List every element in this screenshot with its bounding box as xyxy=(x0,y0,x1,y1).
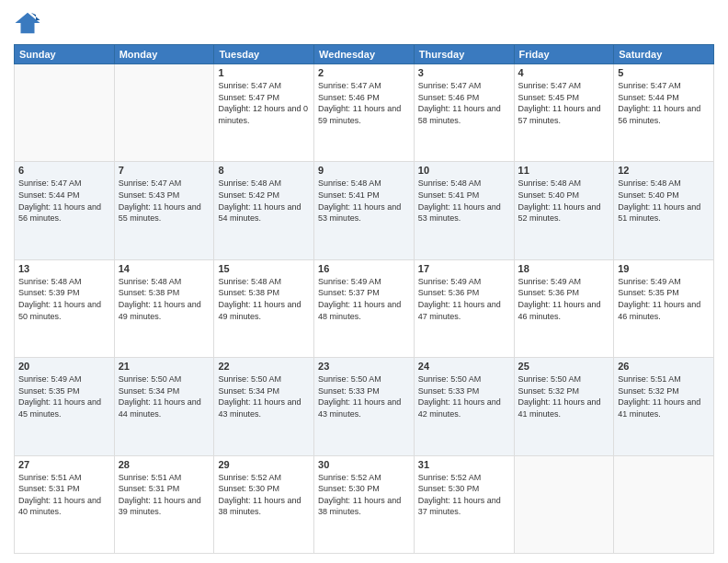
day-info: Sunrise: 5:48 AMSunset: 5:40 PMDaylight:… xyxy=(618,178,710,224)
day-number: 7 xyxy=(119,165,210,176)
calendar-cell: 15Sunrise: 5:48 AMSunset: 5:38 PMDayligh… xyxy=(214,259,314,357)
calendar-cell: 1Sunrise: 5:47 AMSunset: 5:47 PMDaylight… xyxy=(214,64,314,162)
calendar-cell: 29Sunrise: 5:52 AMSunset: 5:30 PMDayligh… xyxy=(214,455,314,553)
day-number: 1 xyxy=(218,67,310,78)
day-number: 2 xyxy=(318,67,410,78)
calendar-week-row: 6Sunrise: 5:47 AMSunset: 5:44 PMDaylight… xyxy=(15,162,714,259)
day-info: Sunrise: 5:48 AMSunset: 5:38 PMDaylight:… xyxy=(218,276,310,322)
weekday-header: Tuesday xyxy=(214,45,314,64)
day-number: 14 xyxy=(119,263,210,274)
calendar-cell: 24Sunrise: 5:50 AMSunset: 5:33 PMDayligh… xyxy=(414,358,514,455)
day-info: Sunrise: 5:52 AMSunset: 5:30 PMDaylight:… xyxy=(218,472,310,518)
day-number: 20 xyxy=(18,361,110,372)
day-info: Sunrise: 5:48 AMSunset: 5:39 PMDaylight:… xyxy=(18,276,110,322)
day-number: 26 xyxy=(618,361,710,372)
calendar-cell: 13Sunrise: 5:48 AMSunset: 5:39 PMDayligh… xyxy=(15,259,115,357)
weekday-header: Saturday xyxy=(614,45,714,64)
calendar-cell: 16Sunrise: 5:49 AMSunset: 5:37 PMDayligh… xyxy=(314,259,415,357)
header xyxy=(14,9,714,37)
calendar-cell xyxy=(514,455,614,553)
weekday-header: Friday xyxy=(514,45,614,64)
calendar-cell: 20Sunrise: 5:49 AMSunset: 5:35 PMDayligh… xyxy=(15,358,115,455)
calendar-cell: 8Sunrise: 5:48 AMSunset: 5:42 PMDaylight… xyxy=(214,162,314,259)
day-number: 24 xyxy=(418,361,510,372)
day-number: 5 xyxy=(618,67,710,78)
day-info: Sunrise: 5:49 AMSunset: 5:35 PMDaylight:… xyxy=(18,373,110,419)
day-info: Sunrise: 5:49 AMSunset: 5:36 PMDaylight:… xyxy=(418,276,510,322)
day-number: 6 xyxy=(18,165,110,176)
calendar-cell: 12Sunrise: 5:48 AMSunset: 5:40 PMDayligh… xyxy=(614,162,714,259)
calendar-cell: 6Sunrise: 5:47 AMSunset: 5:44 PMDaylight… xyxy=(15,162,115,259)
calendar-cell: 14Sunrise: 5:48 AMSunset: 5:38 PMDayligh… xyxy=(114,259,214,357)
day-info: Sunrise: 5:47 AMSunset: 5:46 PMDaylight:… xyxy=(318,80,410,126)
calendar-week-row: 13Sunrise: 5:48 AMSunset: 5:39 PMDayligh… xyxy=(15,259,714,357)
day-number: 4 xyxy=(518,67,610,78)
day-number: 27 xyxy=(18,459,110,470)
day-info: Sunrise: 5:50 AMSunset: 5:32 PMDaylight:… xyxy=(518,373,610,419)
day-number: 17 xyxy=(418,263,510,274)
calendar-cell: 10Sunrise: 5:48 AMSunset: 5:41 PMDayligh… xyxy=(414,162,514,259)
calendar-cell: 23Sunrise: 5:50 AMSunset: 5:33 PMDayligh… xyxy=(314,358,415,455)
calendar-header-row: SundayMondayTuesdayWednesdayThursdayFrid… xyxy=(15,45,714,64)
day-number: 3 xyxy=(418,67,510,78)
calendar-cell: 28Sunrise: 5:51 AMSunset: 5:31 PMDayligh… xyxy=(114,455,214,553)
logo xyxy=(14,9,45,37)
day-number: 25 xyxy=(518,361,610,372)
calendar-cell: 9Sunrise: 5:48 AMSunset: 5:41 PMDaylight… xyxy=(314,162,415,259)
day-number: 10 xyxy=(418,165,510,176)
calendar-cell: 19Sunrise: 5:49 AMSunset: 5:35 PMDayligh… xyxy=(614,259,714,357)
calendar-cell: 7Sunrise: 5:47 AMSunset: 5:43 PMDaylight… xyxy=(114,162,214,259)
weekday-header: Wednesday xyxy=(314,45,415,64)
calendar-week-row: 20Sunrise: 5:49 AMSunset: 5:35 PMDayligh… xyxy=(15,358,714,455)
day-number: 28 xyxy=(119,459,210,470)
calendar-cell: 5Sunrise: 5:47 AMSunset: 5:44 PMDaylight… xyxy=(614,64,714,162)
day-info: Sunrise: 5:47 AMSunset: 5:45 PMDaylight:… xyxy=(518,80,610,126)
day-info: Sunrise: 5:49 AMSunset: 5:37 PMDaylight:… xyxy=(318,276,410,322)
calendar-cell: 2Sunrise: 5:47 AMSunset: 5:46 PMDaylight… xyxy=(314,64,415,162)
calendar-cell xyxy=(114,64,214,162)
calendar-cell: 21Sunrise: 5:50 AMSunset: 5:34 PMDayligh… xyxy=(114,358,214,455)
day-info: Sunrise: 5:49 AMSunset: 5:36 PMDaylight:… xyxy=(518,276,610,322)
calendar-cell: 22Sunrise: 5:50 AMSunset: 5:34 PMDayligh… xyxy=(214,358,314,455)
day-number: 11 xyxy=(518,165,610,176)
day-number: 19 xyxy=(618,263,710,274)
svg-marker-0 xyxy=(16,13,40,34)
day-number: 22 xyxy=(218,361,310,372)
calendar-cell: 4Sunrise: 5:47 AMSunset: 5:45 PMDaylight… xyxy=(514,64,614,162)
day-info: Sunrise: 5:48 AMSunset: 5:41 PMDaylight:… xyxy=(418,178,510,224)
day-info: Sunrise: 5:50 AMSunset: 5:34 PMDaylight:… xyxy=(119,373,210,419)
weekday-header: Sunday xyxy=(15,45,115,64)
day-number: 8 xyxy=(218,165,310,176)
calendar-cell: 30Sunrise: 5:52 AMSunset: 5:30 PMDayligh… xyxy=(314,455,415,553)
day-number: 31 xyxy=(418,459,510,470)
day-number: 13 xyxy=(18,263,110,274)
day-info: Sunrise: 5:52 AMSunset: 5:30 PMDaylight:… xyxy=(418,472,510,518)
day-info: Sunrise: 5:48 AMSunset: 5:41 PMDaylight:… xyxy=(318,178,410,224)
page: SundayMondayTuesdayWednesdayThursdayFrid… xyxy=(0,0,728,563)
day-info: Sunrise: 5:48 AMSunset: 5:42 PMDaylight:… xyxy=(218,178,310,224)
day-info: Sunrise: 5:47 AMSunset: 5:44 PMDaylight:… xyxy=(618,80,710,126)
day-number: 30 xyxy=(318,459,410,470)
calendar-cell: 27Sunrise: 5:51 AMSunset: 5:31 PMDayligh… xyxy=(15,455,115,553)
day-info: Sunrise: 5:50 AMSunset: 5:33 PMDaylight:… xyxy=(418,373,510,419)
day-number: 29 xyxy=(218,459,310,470)
day-info: Sunrise: 5:50 AMSunset: 5:34 PMDaylight:… xyxy=(218,373,310,419)
calendar-cell xyxy=(15,64,115,162)
calendar-cell: 26Sunrise: 5:51 AMSunset: 5:32 PMDayligh… xyxy=(614,358,714,455)
day-number: 21 xyxy=(119,361,210,372)
calendar-cell: 3Sunrise: 5:47 AMSunset: 5:46 PMDaylight… xyxy=(414,64,514,162)
day-info: Sunrise: 5:47 AMSunset: 5:44 PMDaylight:… xyxy=(18,178,110,224)
calendar-cell: 17Sunrise: 5:49 AMSunset: 5:36 PMDayligh… xyxy=(414,259,514,357)
day-number: 18 xyxy=(518,263,610,274)
day-info: Sunrise: 5:48 AMSunset: 5:38 PMDaylight:… xyxy=(119,276,210,322)
day-info: Sunrise: 5:51 AMSunset: 5:32 PMDaylight:… xyxy=(618,373,710,419)
calendar-week-row: 27Sunrise: 5:51 AMSunset: 5:31 PMDayligh… xyxy=(15,455,714,553)
day-info: Sunrise: 5:50 AMSunset: 5:33 PMDaylight:… xyxy=(318,373,410,419)
calendar-cell: 31Sunrise: 5:52 AMSunset: 5:30 PMDayligh… xyxy=(414,455,514,553)
logo-icon xyxy=(14,9,41,37)
day-info: Sunrise: 5:52 AMSunset: 5:30 PMDaylight:… xyxy=(318,472,410,518)
day-number: 15 xyxy=(218,263,310,274)
calendar-cell: 18Sunrise: 5:49 AMSunset: 5:36 PMDayligh… xyxy=(514,259,614,357)
day-number: 12 xyxy=(618,165,710,176)
calendar-cell xyxy=(614,455,714,553)
